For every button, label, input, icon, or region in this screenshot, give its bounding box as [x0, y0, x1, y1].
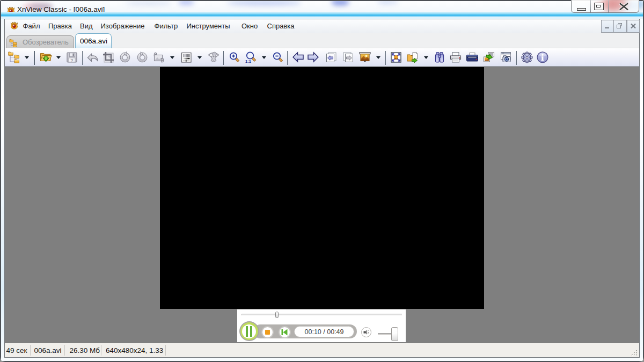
svg-text:1:1: 1:1: [245, 59, 251, 64]
svg-text:?: ?: [70, 57, 74, 63]
